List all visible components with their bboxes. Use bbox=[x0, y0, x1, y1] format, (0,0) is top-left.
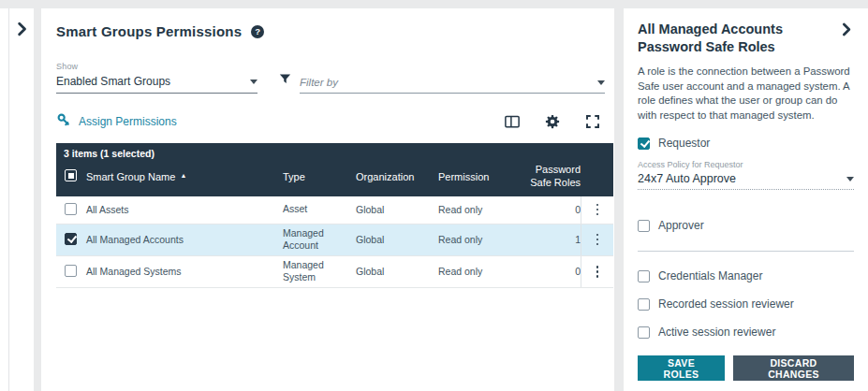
cell-type: Managed System bbox=[283, 256, 356, 287]
recorded-session-reviewer-checkbox[interactable] bbox=[638, 298, 650, 311]
credentials-manager-checkbox[interactable] bbox=[638, 270, 650, 282]
show-select[interactable]: Enabled Smart Groups bbox=[56, 75, 257, 94]
page-title: Smart Groups Permissions bbox=[56, 23, 242, 39]
filter-chevron-down-icon[interactable] bbox=[597, 80, 605, 85]
discard-changes-button[interactable]: DISCARD CHANGES bbox=[733, 355, 854, 381]
cell-type: Asset bbox=[283, 200, 356, 219]
cell-name: All Managed Systems bbox=[86, 266, 182, 277]
recorded-session-reviewer-role-row[interactable]: Recorded session reviewer bbox=[638, 297, 854, 311]
chevron-down-icon bbox=[250, 80, 257, 84]
help-icon[interactable]: ? bbox=[251, 25, 264, 38]
recorded-session-reviewer-label: Recorded session reviewer bbox=[658, 297, 794, 311]
filter-funnel-icon bbox=[278, 72, 292, 94]
column-header-name-label: Smart Group Name bbox=[86, 171, 175, 182]
credentials-manager-label: Credentials Manager bbox=[658, 269, 762, 282]
cell-organization: Global bbox=[356, 234, 438, 245]
grid-summary: 3 items (1 selected) bbox=[56, 143, 613, 161]
access-policy-label: Access Policy for Requestor bbox=[638, 160, 854, 169]
columns-icon bbox=[504, 119, 521, 133]
cell-name: All Assets bbox=[86, 204, 129, 215]
requestor-role-row[interactable]: Requestor bbox=[638, 137, 854, 150]
show-select-value: Enabled Smart Groups bbox=[56, 75, 170, 88]
cell-name: All Managed Accounts bbox=[86, 234, 184, 245]
cell-roles: 0 bbox=[524, 266, 581, 277]
cell-roles: 0 bbox=[524, 204, 581, 215]
table-row[interactable]: All Assets Asset Global Read only 0 bbox=[56, 196, 613, 224]
cell-permission: Read only bbox=[438, 266, 524, 277]
filter-input[interactable] bbox=[300, 77, 597, 88]
column-chooser-button[interactable] bbox=[504, 113, 521, 130]
approver-role-row[interactable]: Approver bbox=[638, 219, 854, 232]
cell-type: Managed Account bbox=[283, 224, 356, 255]
active-session-reviewer-checkbox[interactable] bbox=[638, 326, 650, 339]
row-menu-button[interactable] bbox=[593, 230, 603, 250]
expand-icon bbox=[584, 119, 601, 133]
chevron-down-icon bbox=[846, 177, 854, 181]
row-menu-button[interactable] bbox=[593, 262, 603, 282]
show-label: Show bbox=[56, 62, 257, 71]
panel-divider bbox=[638, 251, 854, 252]
requestor-label: Requestor bbox=[658, 137, 710, 150]
roles-description: A role is the connection between a Passw… bbox=[638, 65, 854, 123]
left-collapsed-rail bbox=[0, 8, 34, 391]
cell-organization: Global bbox=[356, 204, 438, 215]
column-header-roles[interactable]: Password Safe Roles bbox=[524, 164, 581, 190]
column-header-organization[interactable]: Organization bbox=[356, 171, 438, 182]
requestor-checkbox[interactable] bbox=[638, 138, 650, 150]
assign-permissions-label: Assign Permissions bbox=[79, 115, 177, 128]
access-policy-value: 24x7 Auto Approve bbox=[638, 172, 736, 185]
table-row[interactable]: All Managed Accounts Managed Account Glo… bbox=[56, 224, 613, 256]
collapse-roles-panel-button[interactable] bbox=[837, 21, 856, 39]
column-header-type[interactable]: Type bbox=[283, 171, 356, 182]
column-header-name[interactable]: Smart Group Name ▲ bbox=[86, 171, 283, 182]
save-roles-button[interactable]: SAVE ROLES bbox=[638, 355, 725, 381]
gear-icon bbox=[544, 119, 561, 133]
select-all-checkbox[interactable] bbox=[65, 169, 77, 181]
expand-left-panel-button[interactable] bbox=[12, 20, 33, 40]
access-policy-select[interactable]: 24x7 Auto Approve bbox=[638, 172, 854, 190]
column-header-permission[interactable]: Permission bbox=[438, 171, 524, 182]
roles-panel: All Managed Accounts Password Safe Roles… bbox=[624, 8, 868, 391]
row-menu-button[interactable] bbox=[593, 200, 603, 220]
assign-permissions-button[interactable]: Assign Permissions bbox=[56, 112, 177, 131]
row-checkbox[interactable] bbox=[65, 203, 77, 215]
smart-groups-panel: Smart Groups Permissions ? Show Enabled … bbox=[41, 8, 614, 391]
approver-checkbox[interactable] bbox=[638, 220, 650, 232]
key-icon bbox=[56, 112, 72, 131]
cell-permission: Read only bbox=[438, 204, 524, 215]
chevron-right-icon bbox=[13, 27, 32, 41]
sort-ascending-icon: ▲ bbox=[180, 172, 186, 179]
chevron-right-icon bbox=[838, 27, 856, 41]
maximize-grid-button[interactable] bbox=[584, 113, 601, 130]
grid-settings-button[interactable] bbox=[544, 113, 561, 130]
credentials-manager-role-row[interactable]: Credentials Manager bbox=[638, 269, 854, 282]
cell-roles: 1 bbox=[524, 234, 581, 245]
approver-label: Approver bbox=[658, 219, 704, 232]
active-session-reviewer-label: Active session reviewer bbox=[658, 326, 775, 339]
table-row[interactable]: All Managed Systems Managed System Globa… bbox=[56, 256, 613, 288]
roles-panel-title: All Managed Accounts Password Safe Roles bbox=[638, 21, 830, 55]
rail-divider bbox=[8, 8, 9, 391]
cell-organization: Global bbox=[356, 266, 438, 277]
cell-permission: Read only bbox=[438, 234, 524, 245]
password-safe-app: Smart Groups Permissions ? Show Enabled … bbox=[0, 0, 868, 391]
active-session-reviewer-role-row[interactable]: Active session reviewer bbox=[638, 326, 854, 339]
smart-groups-grid: 3 items (1 selected) Smart Group Name ▲ … bbox=[56, 143, 613, 288]
row-checkbox[interactable] bbox=[65, 233, 77, 245]
row-checkbox[interactable] bbox=[65, 265, 77, 277]
